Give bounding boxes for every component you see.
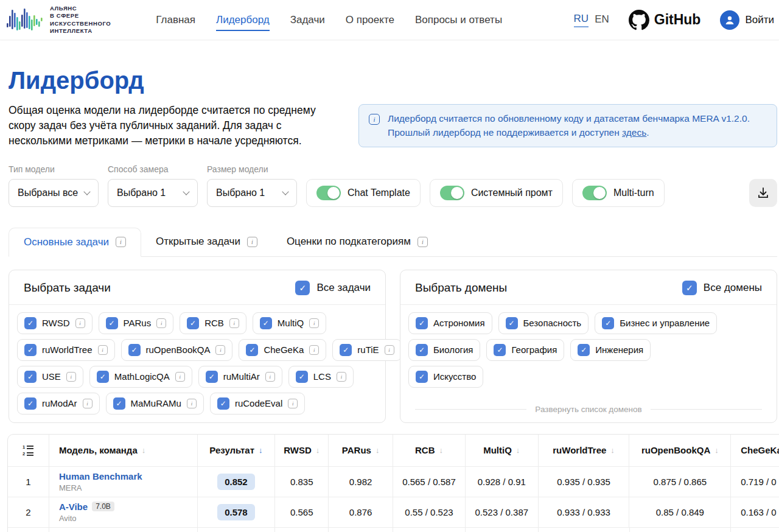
github-link[interactable]: GitHub	[629, 10, 701, 30]
column-header-5[interactable]: MultiQ↓	[466, 435, 539, 466]
info-icon[interactable]: i	[309, 318, 319, 328]
column-header-0[interactable]: Модель, команда↓	[49, 435, 198, 466]
info-icon[interactable]: i	[187, 399, 197, 408]
rank-column-header[interactable]: 12	[8, 435, 49, 466]
domain-chip-label: Астрономия	[433, 318, 485, 328]
info-icon[interactable]: i	[75, 318, 85, 328]
tab-subcategories[interactable]: Оценки по подкатегориямi	[272, 228, 442, 256]
task-chip-0-0: ✓RWSDi	[17, 312, 93, 334]
tab-main-tasks[interactable]: Основные задачиi	[9, 228, 141, 257]
chip-row: ✓USEi✓MathLogicQAi✓ruMultiAri✓LCSi	[17, 366, 377, 388]
domain-checkbox[interactable]: ✓	[506, 317, 518, 329]
download-button[interactable]	[749, 179, 777, 207]
task-checkbox[interactable]: ✓	[24, 371, 37, 383]
lang-ru-button[interactable]: RU	[574, 13, 589, 27]
banner-previous-leaderboard-link[interactable]: здесь	[622, 127, 646, 138]
column-header-2[interactable]: RWSD↓	[275, 435, 329, 466]
main-nav: ГлавнаяЛидербордЗадачиО проектеВопросы и…	[156, 14, 502, 26]
info-icon[interactable]: i	[66, 372, 76, 382]
nav-item-voprosy-i-otvety[interactable]: Вопросы и ответы	[415, 14, 502, 31]
task-checkbox[interactable]: ✓	[217, 397, 229, 410]
rank-sort-icon[interactable]: 12	[21, 444, 35, 457]
toggle-switch-multi-turn[interactable]	[582, 186, 607, 200]
nav-item-glavnaya[interactable]: Главная	[156, 14, 195, 31]
column-header-8[interactable]: CheGeKa↓	[731, 435, 779, 466]
task-checkbox[interactable]: ✓	[97, 371, 109, 383]
nav-item-o-proekte[interactable]: О проекте	[346, 14, 394, 31]
filter-group-model-type: Тип моделиВыбраны все	[9, 164, 99, 207]
info-icon[interactable]: i	[309, 345, 319, 355]
sort-down-icon[interactable]: ↓	[516, 446, 520, 455]
column-header-4[interactable]: RCB↓	[393, 435, 466, 466]
info-icon[interactable]: i	[175, 372, 185, 382]
sort-down-icon[interactable]: ↓	[439, 446, 443, 455]
sort-down-icon[interactable]: ↓	[259, 446, 263, 455]
domain-checkbox[interactable]: ✓	[494, 344, 506, 356]
sort-down-icon[interactable]: ↓	[714, 446, 719, 455]
score-cell: 0.876	[329, 497, 393, 527]
info-icon[interactable]: i	[98, 345, 108, 355]
column-header-7[interactable]: ruOpenBookQA↓	[629, 435, 731, 466]
lang-en-button[interactable]: EN	[595, 13, 609, 27]
info-icon[interactable]: i	[156, 318, 166, 328]
info-icon[interactable]: i	[385, 345, 394, 355]
nav-item-liderbord[interactable]: Лидерборд	[216, 14, 270, 31]
domain-chip-2-0: ✓Искусство	[408, 366, 483, 388]
model-link[interactable]: A-Vibe	[59, 502, 88, 512]
domain-checkbox[interactable]: ✓	[602, 317, 614, 329]
task-checkbox[interactable]: ✓	[24, 397, 37, 410]
info-icon[interactable]: i	[265, 372, 275, 382]
nav-item-zadachi[interactable]: Задачи	[290, 14, 325, 31]
task-checkbox[interactable]: ✓	[340, 344, 352, 356]
task-checkbox[interactable]: ✓	[246, 344, 258, 356]
task-checkbox[interactable]: ✓	[24, 317, 37, 329]
sort-down-icon[interactable]: ↓	[316, 446, 320, 455]
task-checkbox[interactable]: ✓	[128, 344, 141, 356]
info-icon[interactable]: i	[229, 318, 239, 328]
domain-checkbox[interactable]: ✓	[416, 344, 428, 356]
all-domains-toggle[interactable]: ✓ Все домены	[682, 281, 762, 295]
alliance-ai-logo[interactable]: АЛЬЯНС В СФЕРЕ ИСКУССТВЕННОГО ИНТЕЛЛЕКТА	[6, 5, 111, 35]
all-tasks-checkbox[interactable]: ✓	[295, 281, 310, 295]
task-checkbox[interactable]: ✓	[24, 344, 37, 356]
toggle-label-chat-template: Chat Template	[348, 187, 410, 198]
dropdown-measure-method[interactable]: Выбрано 1	[108, 179, 198, 207]
column-header-1[interactable]: Результат↓	[198, 435, 276, 466]
tab-open-tasks[interactable]: Открытые задачиi	[141, 228, 272, 256]
sort-down-icon[interactable]: ↓	[142, 446, 146, 455]
domain-checkbox[interactable]: ✓	[416, 371, 428, 383]
login-button[interactable]: Войти	[720, 10, 774, 30]
sort-down-icon[interactable]: ↓	[376, 446, 380, 455]
model-link[interactable]: Human Benchmark	[59, 471, 142, 481]
task-checkbox[interactable]: ✓	[260, 317, 272, 329]
domain-checkbox[interactable]: ✓	[578, 344, 590, 356]
info-icon[interactable]: i	[337, 372, 346, 382]
rank-cell: 2	[8, 497, 49, 527]
task-checkbox[interactable]: ✓	[106, 317, 118, 329]
info-icon[interactable]: i	[417, 237, 428, 247]
info-icon[interactable]: i	[215, 345, 225, 355]
task-checkbox[interactable]: ✓	[187, 317, 199, 329]
task-chip-label: CheGeKa	[264, 345, 304, 355]
chevron-down-icon	[282, 188, 288, 195]
task-checkbox[interactable]: ✓	[206, 371, 218, 383]
info-icon[interactable]: i	[247, 237, 257, 247]
all-tasks-toggle[interactable]: ✓ Все задачи	[295, 281, 371, 295]
all-domains-checkbox[interactable]: ✓	[682, 281, 697, 295]
toggle-switch-chat-template[interactable]	[316, 186, 341, 200]
sort-down-icon[interactable]: ↓	[610, 446, 615, 455]
domain-chip-label: География	[511, 345, 557, 355]
column-header-3[interactable]: PARus↓	[329, 435, 393, 466]
column-header-6[interactable]: ruWorldTree↓	[539, 435, 630, 466]
task-checkbox[interactable]: ✓	[113, 397, 125, 410]
toggle-switch-system-prompt[interactable]	[440, 186, 464, 200]
info-icon[interactable]: i	[83, 399, 93, 408]
info-icon[interactable]: i	[116, 237, 126, 247]
score-cell: 0.928 / 0.91	[466, 467, 539, 497]
dropdown-model-size[interactable]: Выбрано 1	[207, 179, 297, 207]
dropdown-model-type[interactable]: Выбраны все	[9, 179, 99, 207]
task-checkbox[interactable]: ✓	[296, 371, 308, 383]
expand-domains-button[interactable]: Развернуть список доменов	[415, 405, 762, 414]
info-icon[interactable]: i	[288, 399, 298, 408]
domain-checkbox[interactable]: ✓	[416, 317, 428, 329]
